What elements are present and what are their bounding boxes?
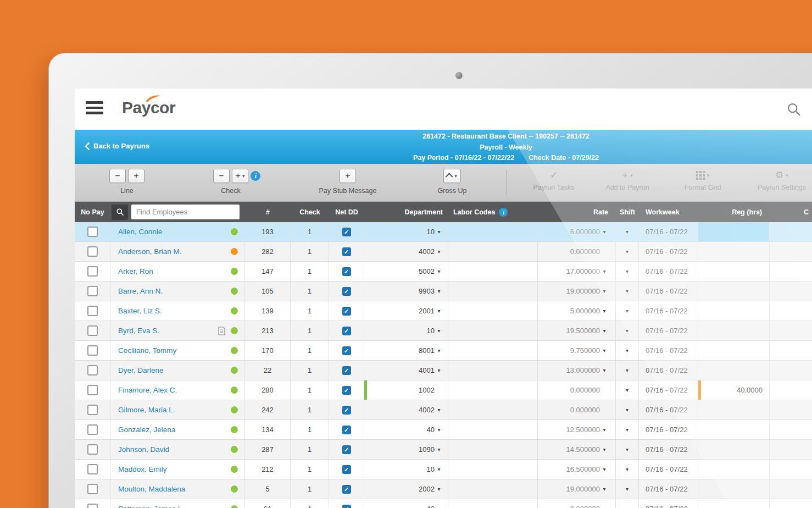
- labor-codes-info-icon[interactable]: i: [499, 208, 508, 217]
- employee-name-link[interactable]: Barre, Ann N.: [118, 287, 163, 295]
- dropdown-caret-icon[interactable]: ▾: [623, 407, 632, 413]
- gross-up-button[interactable]: ▾: [443, 169, 461, 183]
- reg-hours-cell[interactable]: [698, 361, 770, 380]
- reg-hours-cell[interactable]: [698, 222, 770, 241]
- net-dd-checkbox[interactable]: ✓: [342, 247, 351, 256]
- dropdown-caret-icon[interactable]: ▾: [435, 229, 443, 235]
- reg-hours-cell[interactable]: [698, 460, 770, 479]
- find-employees-input[interactable]: [131, 205, 240, 219]
- reg-hours-cell[interactable]: 40.0000: [698, 380, 770, 400]
- no-pay-checkbox[interactable]: [87, 365, 98, 376]
- no-pay-checkbox[interactable]: [87, 266, 98, 277]
- dropdown-caret-icon[interactable]: ▾: [435, 249, 443, 255]
- employee-name-link[interactable]: Gonzalez, Jelena: [118, 426, 175, 434]
- dropdown-caret-icon[interactable]: ▾: [435, 466, 443, 472]
- find-search-button[interactable]: [112, 205, 128, 220]
- add-pay-stub-message-button[interactable]: +: [340, 169, 356, 183]
- net-dd-checkbox[interactable]: ✓: [342, 287, 351, 296]
- dropdown-caret-icon[interactable]: ▾: [435, 486, 443, 492]
- dropdown-caret-icon[interactable]: ▾: [623, 308, 632, 314]
- no-pay-checkbox[interactable]: [87, 484, 98, 494]
- remove-check-button[interactable]: −: [213, 169, 230, 183]
- dropdown-caret-icon[interactable]: ▾: [623, 367, 632, 373]
- dropdown-caret-icon[interactable]: ▾: [435, 308, 443, 314]
- back-to-payruns-link[interactable]: Back to Payruns: [85, 142, 149, 150]
- labor-codes-cell[interactable]: [448, 400, 538, 419]
- add-check-button[interactable]: +▾: [232, 169, 249, 183]
- labor-codes-cell[interactable]: [448, 479, 538, 499]
- net-dd-checkbox[interactable]: ✓: [342, 267, 351, 276]
- dropdown-caret-icon[interactable]: ▾: [623, 446, 632, 452]
- dropdown-caret-icon[interactable]: ▾: [600, 288, 609, 294]
- employee-name-link[interactable]: Finamore, Alex C.: [118, 386, 177, 394]
- dropdown-caret-icon[interactable]: ▾: [435, 268, 443, 274]
- no-pay-checkbox[interactable]: [87, 385, 98, 395]
- labor-codes-cell[interactable]: [448, 301, 538, 321]
- employee-name-link[interactable]: Maddox, Emily: [118, 465, 167, 473]
- labor-codes-cell[interactable]: [448, 242, 538, 261]
- net-dd-checkbox[interactable]: ✓: [342, 307, 351, 316]
- labor-codes-cell[interactable]: [448, 440, 538, 459]
- reg-hours-cell[interactable]: [698, 281, 770, 301]
- employee-name-link[interactable]: Gilmore, Maria L.: [118, 406, 175, 414]
- dropdown-caret-icon[interactable]: ▾: [435, 347, 443, 354]
- employee-name-link[interactable]: Patterson, James L.: [118, 505, 184, 508]
- reg-hours-cell[interactable]: [698, 420, 770, 439]
- reg-hours-cell[interactable]: [698, 262, 770, 281]
- employee-name-link[interactable]: Anderson, Brian M.: [118, 247, 182, 256]
- dropdown-caret-icon[interactable]: ▾: [623, 268, 632, 274]
- dropdown-caret-icon[interactable]: ▾: [623, 347, 632, 354]
- net-dd-checkbox[interactable]: ✓: [342, 346, 351, 355]
- employee-name-link[interactable]: Ceciliano, Tommy: [118, 346, 176, 355]
- no-pay-checkbox[interactable]: [87, 325, 98, 336]
- reg-hours-cell[interactable]: [698, 499, 770, 508]
- dropdown-caret-icon[interactable]: ▾: [623, 249, 632, 255]
- dropdown-caret-icon[interactable]: ▾: [623, 506, 632, 508]
- labor-codes-cell[interactable]: [448, 499, 538, 508]
- dropdown-caret-icon[interactable]: ▾: [600, 328, 609, 334]
- employee-name-link[interactable]: Arker, Ron: [118, 267, 153, 275]
- net-dd-checkbox[interactable]: ✓: [342, 465, 351, 474]
- dropdown-caret-icon[interactable]: ▾: [623, 229, 632, 235]
- dropdown-caret-icon[interactable]: ▾: [600, 268, 609, 274]
- dropdown-caret-icon[interactable]: ▾: [600, 367, 609, 373]
- net-dd-checkbox[interactable]: ✓: [342, 505, 351, 508]
- no-pay-checkbox[interactable]: [87, 246, 98, 257]
- labor-codes-cell[interactable]: [448, 321, 538, 340]
- dropdown-caret-icon[interactable]: ▾: [435, 407, 443, 413]
- add-line-button[interactable]: +: [128, 169, 144, 183]
- labor-codes-cell[interactable]: [448, 341, 538, 360]
- net-dd-checkbox[interactable]: ✓: [342, 327, 351, 335]
- dropdown-caret-icon[interactable]: ▾: [435, 328, 443, 334]
- net-dd-checkbox[interactable]: ✓: [342, 485, 351, 494]
- net-dd-checkbox[interactable]: ✓: [342, 366, 351, 375]
- employee-name-link[interactable]: Baxter, Liz S.: [118, 307, 162, 315]
- labor-codes-cell[interactable]: [448, 262, 538, 281]
- dropdown-caret-icon[interactable]: ▾: [600, 486, 609, 492]
- remove-line-button[interactable]: −: [109, 169, 126, 183]
- labor-codes-cell[interactable]: [448, 361, 538, 380]
- employee-name-link[interactable]: Dyer, Darlene: [118, 366, 164, 374]
- reg-hours-cell[interactable]: [698, 242, 770, 261]
- reg-hours-cell[interactable]: [698, 301, 770, 321]
- labor-codes-cell[interactable]: [448, 420, 538, 439]
- reg-hours-cell[interactable]: [698, 400, 770, 419]
- net-dd-checkbox[interactable]: ✓: [342, 386, 351, 395]
- dropdown-caret-icon[interactable]: ▾: [623, 486, 632, 492]
- dropdown-caret-icon[interactable]: ▾: [623, 328, 632, 334]
- search-icon[interactable]: [786, 102, 802, 117]
- dropdown-caret-icon[interactable]: ▾: [623, 427, 632, 433]
- dropdown-caret-icon[interactable]: ▾: [435, 506, 443, 508]
- reg-hours-cell[interactable]: [698, 341, 770, 360]
- dropdown-caret-icon[interactable]: ▾: [435, 288, 443, 294]
- employee-name-link[interactable]: Allen, Connie: [118, 228, 162, 236]
- net-dd-checkbox[interactable]: ✓: [342, 228, 351, 236]
- reg-hours-cell[interactable]: [698, 479, 770, 499]
- format-grid-button[interactable]: ▾ Format Grid: [670, 169, 736, 191]
- no-pay-checkbox[interactable]: [87, 424, 98, 435]
- dropdown-caret-icon[interactable]: ▾: [623, 288, 632, 294]
- dropdown-caret-icon[interactable]: ▾: [435, 367, 443, 373]
- no-pay-checkbox[interactable]: [87, 464, 98, 474]
- net-dd-checkbox[interactable]: ✓: [342, 426, 351, 434]
- net-dd-checkbox[interactable]: ✓: [342, 445, 351, 454]
